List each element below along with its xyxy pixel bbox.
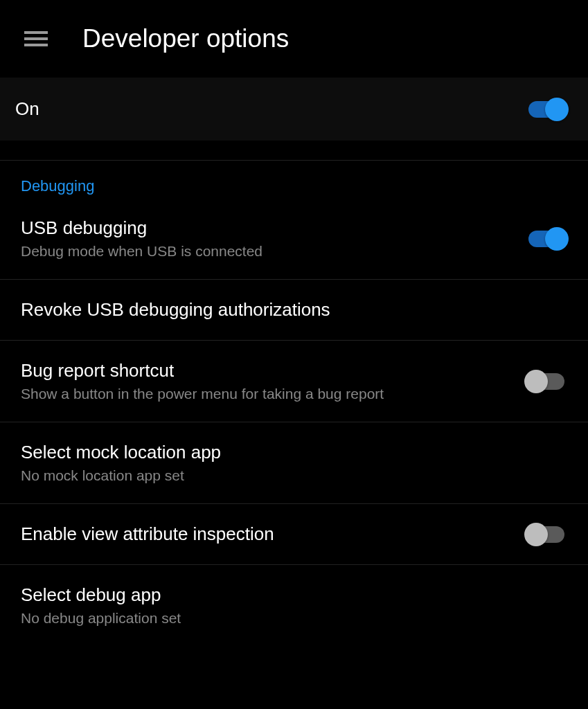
setting-revoke-auth[interactable]: Revoke USB debugging authorizations xyxy=(0,280,588,341)
hamburger-menu-icon[interactable] xyxy=(24,31,48,46)
section-title: Debugging xyxy=(21,177,567,195)
master-toggle[interactable] xyxy=(526,101,567,118)
setting-view-attribute[interactable]: Enable view attribute inspection xyxy=(0,504,588,565)
setting-subtitle: Show a button in the power menu for taki… xyxy=(21,386,512,402)
master-toggle-label: On xyxy=(15,98,39,120)
setting-title: Select debug app xyxy=(21,584,567,606)
page-title: Developer options xyxy=(82,24,289,53)
setting-title: Revoke USB debugging authorizations xyxy=(21,299,567,321)
usb-debugging-toggle[interactable] xyxy=(526,231,567,247)
setting-title: Select mock location app xyxy=(21,442,567,463)
master-toggle-row[interactable]: On xyxy=(0,78,588,141)
setting-bug-report[interactable]: Bug report shortcut Show a button in the… xyxy=(0,341,588,422)
setting-title: Enable view attribute inspection xyxy=(21,523,512,545)
setting-usb-debugging[interactable]: USB debugging Debug mode when USB is con… xyxy=(0,198,588,280)
setting-subtitle: Debug mode when USB is connected xyxy=(21,243,512,260)
setting-subtitle: No debug application set xyxy=(21,610,567,627)
bug-report-toggle[interactable] xyxy=(526,373,567,390)
setting-title: Bug report shortcut xyxy=(21,360,512,382)
setting-title: USB debugging xyxy=(21,217,512,239)
setting-subtitle: No mock location app set xyxy=(21,467,567,484)
app-header: Developer options xyxy=(0,0,588,78)
setting-mock-location[interactable]: Select mock location app No mock locatio… xyxy=(0,422,588,504)
view-attribute-toggle[interactable] xyxy=(526,526,567,543)
setting-select-debug[interactable]: Select debug app No debug application se… xyxy=(0,565,588,646)
section-header-debugging: Debugging xyxy=(0,160,588,198)
